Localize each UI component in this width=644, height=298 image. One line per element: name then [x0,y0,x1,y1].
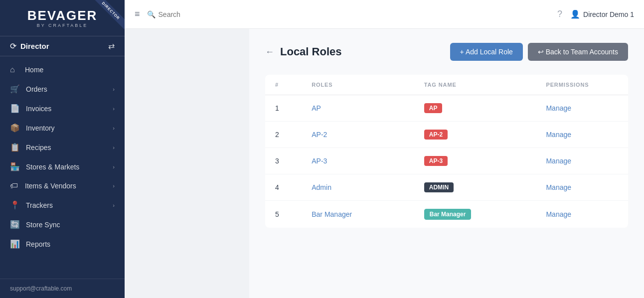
row-num-2: 3 [265,148,302,174]
director-ribbon: DIRECTOR [92,0,125,29]
switch-icon[interactable]: ⇄ [108,41,115,51]
sidebar-item-store-sync[interactable]: 🔄 Store Sync [0,215,125,234]
roles-table-wrap: # ROLES TAG NAME PERMISSIONS 1 AP AP Man… [265,75,628,228]
tag-badge-3: ADMIN [424,182,454,192]
chevron-icon-inventory: › [113,125,115,131]
row-perm-0[interactable]: Manage [536,95,628,122]
help-icon[interactable]: ? [557,9,562,19]
row-role-0[interactable]: AP [302,95,414,122]
search-input[interactable] [159,10,248,18]
row-tag-4: Bar Manager [414,201,536,228]
table-row: 2 AP-2 AP-2 Manage [265,122,628,148]
row-num-0: 1 [265,95,302,122]
logo-sub: BY CRAFTABLE [37,23,88,28]
row-role-4[interactable]: Bar Manager [302,201,414,228]
sidebar-item-orders[interactable]: 🛒 Orders › [0,79,125,99]
tag-badge-4: Bar Manager [424,209,472,220]
chevron-icon-trackers: › [113,202,115,208]
chevron-icon-items: › [113,183,115,189]
nav-icon-store-sync: 🔄 [10,220,20,229]
col-header-num: # [265,75,302,95]
sidebar-nav: ⌂ Home 🛒 Orders › 📄 Invoices › 📦 Invento… [0,56,125,279]
role-link-4[interactable]: Bar Manager [312,210,352,218]
search-icon: 🔍 [147,10,156,18]
chevron-icon-recipes: › [113,145,115,150]
topbar: ≡ 🔍 ? 👤 Director Demo 1 [125,0,644,29]
nav-label-inventory: Inventory [26,124,107,132]
nav-label-invoices: Invoices [26,105,107,113]
nav-icon-recipes: 📋 [10,143,20,152]
row-tag-0: AP [414,95,536,122]
tag-badge-1: AP-2 [424,130,448,140]
table-row: 1 AP AP Manage [265,95,628,122]
sidebar-item-invoices[interactable]: 📄 Invoices › [0,99,125,118]
nav-label-stores: Stores & Markets [26,163,107,171]
user-area[interactable]: 👤 Director Demo 1 [570,9,634,19]
role-link-3[interactable]: Admin [312,183,331,191]
sidebar-item-items[interactable]: 🏷 Items & Vendors › [0,176,125,195]
nav-icon-items: 🏷 [10,181,19,190]
logo: BEVAGER [27,9,98,22]
row-tag-2: AP-3 [414,148,536,174]
nav-label-items: Items & Vendors [25,182,107,190]
manage-link-2[interactable]: Manage [546,157,571,165]
row-perm-4[interactable]: Manage [536,201,628,228]
table-body: 1 AP AP Manage 2 AP-2 AP-2 Manage 3 AP-3… [265,95,628,228]
nav-icon-stores: 🏪 [10,162,20,171]
user-name: Director Demo 1 [583,10,634,18]
table-row: 5 Bar Manager Bar Manager Manage [265,201,628,228]
nav-icon-orders: 🛒 [10,84,20,94]
sidebar-item-trackers[interactable]: 📍 Trackers › [0,195,125,215]
nav-label-recipes: Recipes [26,144,107,151]
director-row[interactable]: ⟳ Director ⇄ [0,36,125,56]
manage-link-3[interactable]: Manage [546,183,571,191]
back-to-team-accounts-button[interactable]: ↩ Back to Team Accounts [528,43,628,61]
nav-label-trackers: Trackers [26,201,107,209]
table-header: # ROLES TAG NAME PERMISSIONS [265,75,628,95]
menu-icon[interactable]: ≡ [135,9,140,19]
table-row: 3 AP-3 AP-3 Manage [265,148,628,174]
sidebar-item-recipes[interactable]: 📋 Recipes › [0,138,125,157]
row-role-3[interactable]: Admin [302,174,414,201]
chevron-icon-stores: › [113,164,115,170]
sidebar-item-inventory[interactable]: 📦 Inventory › [0,118,125,138]
page-title: Local Roles [280,45,450,58]
row-perm-1[interactable]: Manage [536,122,628,148]
director-label: Director [20,42,104,50]
nav-label-reports: Reports [26,240,115,248]
sidebar-item-home[interactable]: ⌂ Home [0,60,125,79]
row-perm-3[interactable]: Manage [536,174,628,201]
role-link-1[interactable]: AP-2 [312,131,327,139]
nav-icon-inventory: 📦 [10,123,20,133]
manage-link-4[interactable]: Manage [546,210,571,218]
sidebar-item-reports[interactable]: 📊 Reports [0,234,125,254]
director-ribbon-wrap: DIRECTOR [90,0,125,35]
add-local-role-button[interactable]: + Add Local Role [450,43,523,61]
director-icon: ⟳ [10,41,16,51]
tag-badge-2: AP-3 [424,156,448,166]
user-icon: 👤 [570,9,580,19]
add-local-role-label: + Add Local Role [460,48,513,56]
row-perm-2[interactable]: Manage [536,148,628,174]
sidebar: BEVAGER BY CRAFTABLE DIRECTOR ⟳ Director… [0,0,125,298]
sidebar-item-stores[interactable]: 🏪 Stores & Markets › [0,157,125,176]
back-to-team-accounts-label: ↩ Back to Team Accounts [538,48,618,56]
search-wrap: 🔍 [147,10,551,18]
chevron-icon-orders: › [113,86,115,92]
row-tag-1: AP-2 [414,122,536,148]
main-content: ← Local Roles + Add Local Role ↩ Back to… [249,29,644,298]
manage-link-0[interactable]: Manage [546,104,571,112]
role-link-2[interactable]: AP-3 [312,157,327,165]
role-link-0[interactable]: AP [312,104,321,112]
row-role-2[interactable]: AP-3 [302,148,414,174]
col-header-roles: ROLES [302,75,414,95]
manage-link-1[interactable]: Manage [546,131,571,139]
row-num-3: 4 [265,174,302,201]
nav-icon-home: ⌂ [10,65,19,74]
nav-label-orders: Orders [26,85,107,93]
chevron-icon-invoices: › [113,106,115,112]
back-arrow-icon[interactable]: ← [265,47,274,57]
row-tag-3: ADMIN [414,174,536,201]
row-role-1[interactable]: AP-2 [302,122,414,148]
support-email: support@craftable.com [10,285,72,292]
